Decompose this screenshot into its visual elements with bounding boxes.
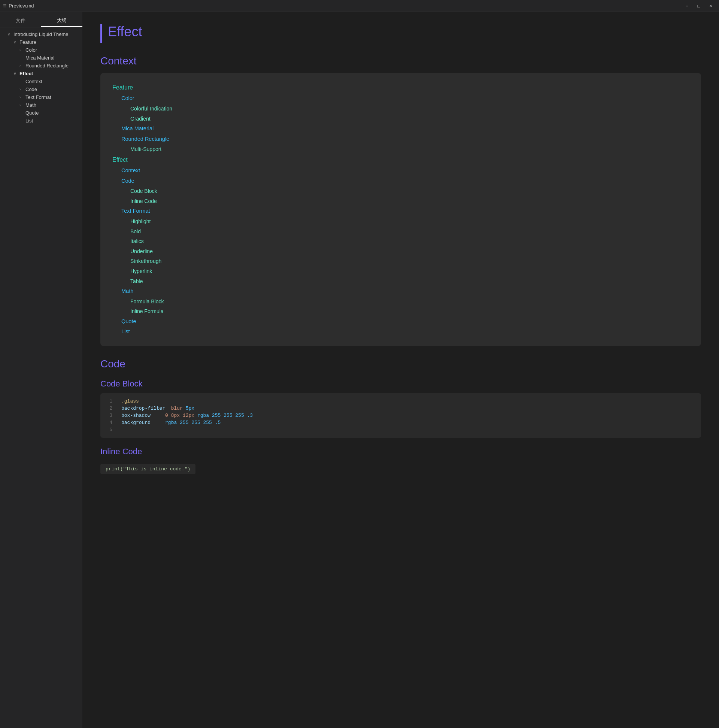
toc-bold: Bold [112, 226, 689, 237]
toc-color: Color [112, 93, 689, 104]
toc-hyperlink: Hyperlink [112, 266, 689, 276]
tab-outline[interactable]: 大纲 [41, 15, 83, 27]
line-num: 4 [106, 420, 112, 425]
toc-multi: Multi-Support [112, 144, 689, 154]
tree-label: Math [26, 102, 36, 108]
code-text: .glass [121, 398, 139, 404]
effect-heading: Effect [100, 24, 701, 43]
toc-feature: Feature [112, 84, 133, 91]
code-block-heading: Code Block [100, 379, 701, 389]
tree-label: Feature [20, 39, 36, 45]
tree-item-introducing[interactable]: ∨ Introducing Liquid Theme [0, 30, 83, 38]
toc-italics: Italics [112, 236, 689, 246]
tree-item-quote[interactable]: Quote [0, 109, 83, 117]
arrow-icon: ∨ [8, 32, 12, 36]
tree-item-math[interactable]: › Math [0, 101, 83, 109]
tree-label: Introducing Liquid Theme [14, 31, 68, 37]
tree-label: Code [26, 87, 37, 92]
titlebar-left: ≡ Preview.md [3, 3, 34, 9]
titlebar: ≡ Preview.md − □ × [0, 0, 719, 12]
toc-list: List [112, 327, 689, 337]
tree-label: Quote [26, 110, 38, 116]
tree-item-mica[interactable]: Mica Material [0, 54, 83, 62]
sidebar: 文件 大纲 ∨ Introducing Liquid Theme ∨ Featu… [0, 12, 83, 728]
maximize-button[interactable]: □ [693, 2, 704, 10]
toc-mica: Mica Material [112, 124, 689, 134]
toc-table: Table [112, 276, 689, 286]
context-heading: Context [100, 55, 701, 67]
arrow-icon: › [20, 95, 24, 99]
arrow-icon: › [20, 87, 24, 91]
toc-inline-formula: Inline Formula [112, 306, 689, 317]
toc-text-format: Text Format [112, 206, 689, 216]
toc-strikethrough: Strikethrough [112, 256, 689, 266]
line-num: 5 [106, 427, 112, 433]
arrow-icon: › [20, 64, 24, 68]
toc-block: Feature Color Colorful Indication Gradie… [100, 73, 701, 346]
code-line-1: 1 .glass [100, 398, 701, 405]
arrow-icon: › [20, 103, 24, 107]
toc-inline-code: Inline Code [112, 196, 689, 206]
toc-underline: Underline [112, 246, 689, 257]
code-block: 1 .glass 2 backdrop-filter blur 5px 3 bo… [100, 393, 701, 438]
code-line-3: 3 box-shadow 0 8px 12px rgba 255 255 255… [100, 412, 701, 419]
main-container: 文件 大纲 ∨ Introducing Liquid Theme ∨ Featu… [0, 12, 719, 728]
tree-item-code[interactable]: › Code [0, 86, 83, 93]
toc-quote: Quote [112, 317, 689, 327]
tree-label: Text Format [26, 94, 51, 100]
close-button[interactable]: × [705, 2, 716, 10]
toc-rounded: Rounded Rectangle [112, 134, 689, 145]
toc-code-block: Code Block [112, 186, 689, 196]
code-text: box-shadow 0 8px 12px rgba 255 255 255 .… [121, 413, 253, 418]
tree-label: Effect [20, 71, 33, 76]
code-line-2: 2 backdrop-filter blur 5px [100, 405, 701, 412]
tree-label: Mica Material [26, 55, 54, 61]
toc-formula-block: Formula Block [112, 297, 689, 307]
sidebar-tabs: 文件 大纲 [0, 15, 83, 28]
tree-item-list[interactable]: List [0, 117, 83, 125]
toc-highlight: Highlight [112, 216, 689, 226]
tab-file[interactable]: 文件 [0, 15, 41, 27]
toc-math: Math [112, 286, 689, 297]
code-text: backdrop-filter blur 5px [121, 405, 194, 411]
arrow-icon: ∨ [14, 72, 18, 76]
tree-label: Context [26, 79, 42, 84]
titlebar-controls: − □ × [682, 2, 716, 10]
minimize-button[interactable]: − [682, 2, 692, 10]
tree-item-feature[interactable]: ∨ Feature [0, 38, 83, 46]
tree-label: Color [26, 47, 37, 53]
code-text [121, 427, 124, 433]
tree-label: Rounded Rectangle [26, 63, 69, 69]
inline-code-heading: Inline Code [100, 447, 701, 456]
code-heading: Code [100, 358, 701, 370]
menu-icon[interactable]: ≡ [3, 3, 6, 9]
toc-effect: Effect [112, 156, 128, 163]
titlebar-title: Preview.md [9, 3, 34, 9]
toc-code: Code [112, 176, 689, 187]
toc-context: Context [112, 165, 689, 176]
tree-item-rounded[interactable]: › Rounded Rectangle [0, 62, 83, 70]
tree-item-effect[interactable]: ∨ Effect [0, 70, 83, 78]
tree-label: List [26, 118, 33, 124]
toc-gradient: Gradient [112, 114, 689, 124]
line-num: 1 [106, 398, 112, 404]
arrow-icon: ∨ [14, 40, 18, 44]
code-line-5: 5 [100, 426, 701, 433]
tree-item-textformat[interactable]: › Text Format [0, 93, 83, 101]
line-num: 3 [106, 413, 112, 418]
arrow-icon: › [20, 48, 24, 52]
tree-item-color[interactable]: › Color [0, 46, 83, 54]
code-text: background rgba 255 255 255 .5 [121, 420, 220, 425]
code-line-4: 4 background rgba 255 255 255 .5 [100, 419, 701, 426]
content-area[interactable]: Effect Context Feature Color Colorful In… [83, 12, 719, 728]
inline-code-value: print("This is inline code.") [100, 464, 196, 474]
tree-item-context[interactable]: Context [0, 78, 83, 86]
toc-colorful: Colorful Indication [112, 104, 689, 114]
line-num: 2 [106, 405, 112, 411]
